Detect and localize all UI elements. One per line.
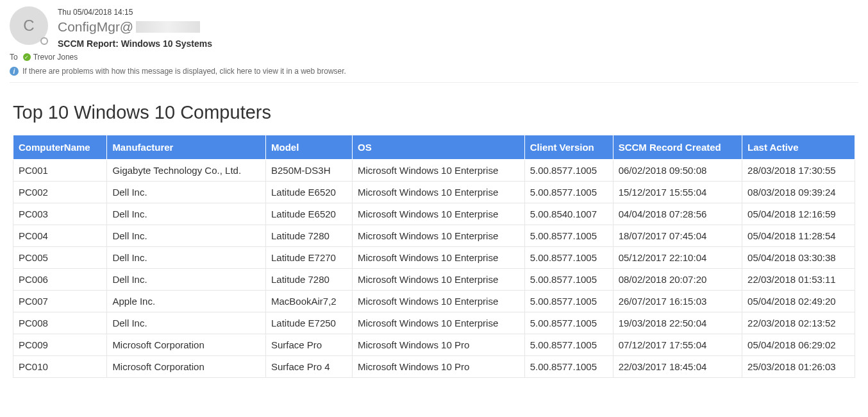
table-row: PC005Dell Inc.Latitude E7270Microsoft Wi… [13,247,855,269]
table-cell: 15/12/2017 15:55:04 [613,182,742,203]
table-cell: 25/03/2018 01:26:03 [742,356,855,378]
column-header: SCCM Record Created [613,135,742,160]
table-cell: PC010 [13,356,107,378]
table-row: PC007Apple Inc.MacBookAir7,2Microsoft Wi… [13,291,855,312]
table-cell: 22/03/2018 02:13:52 [742,312,855,334]
table-cell: Latitude 7280 [265,269,352,291]
table-cell: 06/02/2018 09:50:08 [613,160,742,182]
table-cell: MacBookAir7,2 [265,291,352,312]
table-cell: Microsoft Windows 10 Enterprise [353,312,525,334]
table-cell: Microsoft Windows 10 Enterprise [353,160,525,182]
table-row: PC009Microsoft CorporationSurface ProMic… [13,334,855,356]
table-cell: 5.00.8577.1005 [524,334,613,356]
table-cell: Microsoft Windows 10 Enterprise [353,269,525,291]
table-row: PC001Gigabyte Technology Co., Ltd.B250M-… [13,160,855,182]
table-cell: Latitude E6520 [265,182,352,203]
table-cell: Microsoft Windows 10 Pro [353,356,525,378]
column-header: Client Version [524,135,613,160]
presence-badge-icon [40,37,48,45]
table-cell: 19/03/2018 22:50:04 [613,312,742,334]
table-cell: 05/04/2018 02:49:20 [742,291,855,312]
table-cell: 22/03/2018 01:53:11 [742,269,855,291]
sender-name: ConfigMgr@ [58,19,133,35]
table-cell: B250M-DS3H [265,160,352,182]
email-body: Top 10 Windows 10 Computers ComputerName… [10,102,858,378]
table-cell: PC008 [13,312,107,334]
table-cell: Microsoft Windows 10 Enterprise [353,291,525,312]
table-cell: 07/12/2017 17:55:04 [613,334,742,356]
table-cell: Surface Pro 4 [265,356,352,378]
sender-domain-redacted [136,21,200,33]
table-cell: Gigabyte Technology Co., Ltd. [107,160,266,182]
email-sender: ConfigMgr@ [58,19,858,35]
table-cell: 08/02/2018 20:07:20 [613,269,742,291]
table-row: PC008Dell Inc.Latitude E7250Microsoft Wi… [13,312,855,334]
table-cell: 5.00.8577.1005 [524,160,613,182]
table-cell: Microsoft Windows 10 Enterprise [353,182,525,203]
table-row: PC003Dell Inc.Latitude E6520Microsoft Wi… [13,203,855,225]
table-cell: PC006 [13,269,107,291]
table-cell: Dell Inc. [107,312,266,334]
table-cell: 05/04/2018 12:16:59 [742,203,855,225]
table-cell: Dell Inc. [107,225,266,247]
table-cell: 28/03/2018 17:30:55 [742,160,855,182]
table-cell: Microsoft Windows 10 Enterprise [353,203,525,225]
table-cell: 5.00.8577.1005 [524,247,613,269]
email-header: C Thu 05/04/2018 14:15 ConfigMgr@ SCCM R… [10,6,858,49]
header-divider [10,82,858,83]
table-header-row: ComputerNameManufacturerModelOSClient Ve… [13,135,855,160]
recipient-name: Trevor Jones [33,53,78,62]
table-row: PC006Dell Inc.Latitude 7280Microsoft Win… [13,269,855,291]
table-cell: Latitude E6520 [265,203,352,225]
table-cell: 5.00.8577.1005 [524,182,613,203]
table-cell: Microsoft Corporation [107,356,266,378]
table-cell: 18/07/2017 07:45:04 [613,225,742,247]
info-icon: i [10,67,19,76]
table-cell: PC001 [13,160,107,182]
recipient-chip[interactable]: ✓ Trevor Jones [23,53,78,62]
info-message: If there are problems with how this mess… [22,67,346,76]
report-title: Top 10 Windows 10 Computers [13,102,855,123]
table-cell: PC002 [13,182,107,203]
table-cell: 05/04/2018 11:28:54 [742,225,855,247]
table-row: PC004Dell Inc.Latitude 7280Microsoft Win… [13,225,855,247]
email-timestamp: Thu 05/04/2018 14:15 [58,8,858,17]
report-table: ComputerNameManufacturerModelOSClient Ve… [13,135,855,378]
table-cell: 04/04/2018 07:28:56 [613,203,742,225]
table-row: PC010Microsoft CorporationSurface Pro 4M… [13,356,855,378]
table-cell: PC005 [13,247,107,269]
sender-avatar: C [10,6,48,45]
table-cell: 5.00.8577.1005 [524,269,613,291]
column-header: Manufacturer [107,135,266,160]
column-header: OS [353,135,525,160]
table-cell: 05/12/2017 22:10:04 [613,247,742,269]
table-cell: 05/04/2018 06:29:02 [742,334,855,356]
column-header: Model [265,135,352,160]
column-header: ComputerName [13,135,107,160]
table-cell: Dell Inc. [107,203,266,225]
table-cell: PC009 [13,334,107,356]
table-cell: PC007 [13,291,107,312]
table-cell: 08/03/2018 09:39:24 [742,182,855,203]
table-cell: 22/03/2017 18:45:04 [613,356,742,378]
table-cell: Dell Inc. [107,182,266,203]
table-cell: 5.00.8577.1005 [524,356,613,378]
table-cell: Latitude E7250 [265,312,352,334]
table-cell: Microsoft Windows 10 Enterprise [353,247,525,269]
avatar-initial: C [23,17,34,35]
info-bar[interactable]: i If there are problems with how this me… [10,67,858,76]
table-cell: Latitude 7280 [265,225,352,247]
email-subject: SCCM Report: Windows 10 Systems [58,38,858,49]
table-cell: Microsoft Corporation [107,334,266,356]
table-row: PC002Dell Inc.Latitude E6520Microsoft Wi… [13,182,855,203]
email-header-content: Thu 05/04/2018 14:15 ConfigMgr@ SCCM Rep… [58,6,858,49]
table-cell: 5.00.8577.1005 [524,225,613,247]
table-cell: 5.00.8577.1005 [524,312,613,334]
to-label: To [10,53,18,62]
table-cell: PC003 [13,203,107,225]
table-cell: 26/07/2017 16:15:03 [613,291,742,312]
table-cell: Surface Pro [265,334,352,356]
table-body: PC001Gigabyte Technology Co., Ltd.B250M-… [13,160,855,378]
table-cell: Dell Inc. [107,269,266,291]
table-cell: Apple Inc. [107,291,266,312]
